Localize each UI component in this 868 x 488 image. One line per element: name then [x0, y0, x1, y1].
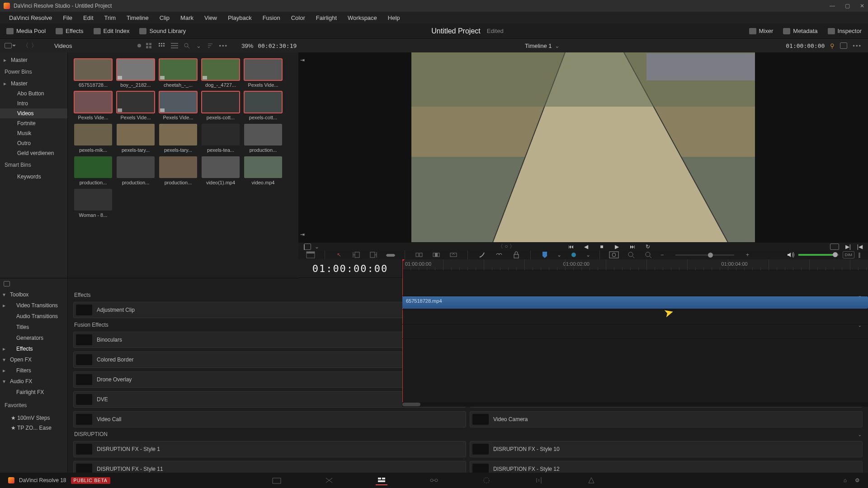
menu-fairlight[interactable]: Fairlight — [311, 13, 341, 23]
menu-timeline[interactable]: Timeline — [122, 13, 153, 23]
media-thumb[interactable]: video(1).mp4 — [202, 156, 240, 185]
edit-index-button[interactable]: Edit Index — [94, 28, 130, 34]
zoom-in-button[interactable]: + — [746, 252, 749, 258]
timeline-name[interactable]: Timeline 1 — [525, 42, 552, 49]
effect-item[interactable]: DISRUPTION FX - Style 10 — [470, 441, 863, 457]
search-icon[interactable] — [184, 42, 191, 49]
trim-tool-out[interactable] — [368, 250, 378, 259]
disruption-header[interactable]: DISRUPTION — [73, 427, 863, 441]
more-icon[interactable]: ••• — [219, 42, 228, 49]
toolbox-node[interactable]: Toolbox — [0, 289, 67, 300]
media-thumb[interactable]: pexels-mik... — [74, 124, 112, 153]
media-thumb[interactable]: production... — [74, 156, 112, 185]
media-thumb[interactable]: pexels-tary... — [117, 124, 155, 153]
bin-abo-button[interactable]: Abo Button — [0, 89, 67, 99]
media-thumb[interactable]: Pexels Vide... — [244, 59, 282, 88]
menu-clip[interactable]: Clip — [155, 13, 174, 23]
media-thumb[interactable]: production... — [159, 156, 197, 185]
go-to-out-button[interactable]: |◀ — [857, 244, 863, 250]
timeline-scrollbar[interactable] — [402, 402, 868, 407]
search-chevron[interactable]: ⌄ — [196, 42, 201, 49]
match-frame-end-icon[interactable]: ⇥ — [300, 231, 307, 238]
flag-tool[interactable] — [540, 250, 550, 259]
first-frame-button[interactable]: ⏮ — [567, 243, 575, 250]
filters-node[interactable]: Filters — [0, 365, 67, 376]
home-icon[interactable]: ⌂ — [844, 477, 847, 483]
media-thumb[interactable]: pexels-cott... — [202, 91, 240, 120]
custom-zoom-icon[interactable] — [643, 250, 653, 259]
bin-fwd[interactable]: 〉 — [31, 42, 37, 50]
deliver-page-tab[interactable] — [585, 475, 597, 485]
media-thumb[interactable]: Pexels Vide... — [117, 91, 155, 120]
match-frame-icon[interactable]: ⇥ — [300, 57, 307, 63]
blade-tool[interactable] — [477, 250, 487, 259]
openfx-node[interactable]: Open FX — [0, 354, 67, 365]
toolbox-titles[interactable]: Titles — [0, 322, 67, 333]
toolbox-video-transitions[interactable]: Video Transitions — [0, 300, 67, 311]
cut-page-tab[interactable] — [323, 475, 335, 485]
media-thumb[interactable]: dog_-_4727... — [202, 59, 240, 88]
timeline-ruler[interactable]: 01:00:00:0001:00:02:0001:00:04:00 — [402, 259, 868, 270]
menu-trim[interactable]: Trim — [100, 13, 121, 23]
last-frame-button[interactable]: ⏭ — [629, 243, 636, 250]
media-thumb[interactable]: production... — [244, 124, 282, 153]
meters-icon[interactable]: ‖ — [858, 252, 861, 258]
loop-button[interactable]: ↻ — [644, 243, 651, 250]
overwrite-clip-icon[interactable] — [431, 250, 441, 259]
menu-file[interactable]: File — [58, 13, 77, 23]
bin-fortnite[interactable]: Fortnite — [0, 118, 67, 128]
strip-view-icon[interactable] — [171, 42, 178, 49]
toolbox-audio-transitions[interactable]: Audio Transitions — [0, 311, 67, 322]
media-thumb[interactable]: pexels-cott... — [244, 91, 282, 120]
bin-back[interactable]: 〈 — [23, 42, 28, 50]
viewer-mode-chevron[interactable]: ⌄ — [315, 244, 319, 250]
favorite-item[interactable]: ★ 100mV Steps — [0, 413, 67, 423]
video-clip[interactable]: 657518728.mp4 — [402, 296, 868, 309]
menu-fusion[interactable]: Fusion — [258, 13, 285, 23]
bin-geld-verdienen[interactable]: Geld verdienen — [0, 148, 67, 158]
viewer[interactable]: ⇥ ⇥ — [298, 52, 868, 242]
media-thumb[interactable]: pexels-tea... — [202, 124, 240, 153]
bin-master[interactable]: Master — [0, 55, 67, 65]
bin-view-dropdown[interactable] — [5, 43, 12, 48]
selection-tool[interactable]: ↖ — [334, 250, 344, 259]
zoom-slider[interactable] — [675, 254, 734, 256]
media-thumb[interactable]: video.mp4 — [244, 156, 282, 185]
menu-davinci-resolve[interactable]: DaVinci Resolve — [5, 13, 57, 23]
timeline-timecode[interactable]: 01:00:00:00 — [298, 259, 402, 277]
bin-outro[interactable]: Outro — [0, 138, 67, 148]
effect-item[interactable]: Video Camera — [470, 411, 863, 427]
zoom-to-fit-icon[interactable] — [609, 250, 619, 259]
fairlightfx-node[interactable]: Fairlight FX — [0, 387, 67, 398]
trim-tool-in[interactable] — [351, 250, 361, 259]
inspector-button[interactable]: Inspector — [828, 28, 862, 34]
insert-clip-icon[interactable] — [414, 250, 424, 259]
effect-item[interactable]: DISRUPTION FX - Style 1 — [73, 441, 466, 457]
menu-mark[interactable]: Mark — [176, 13, 198, 23]
toolbox-generators[interactable]: Generators — [0, 333, 67, 343]
reverse-play-button[interactable]: ◀ — [583, 243, 590, 250]
effect-item[interactable]: Video Call — [73, 411, 466, 427]
media-thumb[interactable]: pexels-tary... — [159, 124, 197, 153]
media-pool-button[interactable]: Media Pool — [6, 28, 46, 34]
audiofx-node[interactable]: Audio FX — [0, 376, 67, 387]
link-icon[interactable] — [494, 250, 504, 259]
viewer-more-icon[interactable]: ••• — [853, 42, 862, 49]
sound-library-button[interactable]: Sound Library — [139, 28, 186, 34]
sort-icon[interactable] — [207, 42, 214, 49]
full-screen-icon[interactable] — [830, 244, 839, 250]
fusion-page-tab[interactable] — [428, 475, 440, 485]
thumb-view-icon[interactable] — [158, 42, 165, 49]
marker-chevron[interactable]: ⌄ — [586, 252, 590, 258]
close-button[interactable]: ✕ — [860, 3, 864, 9]
media-thumb[interactable]: production... — [117, 156, 155, 185]
menu-view[interactable]: View — [200, 13, 222, 23]
viewer-scrubber[interactable] — [298, 242, 868, 243]
media-thumb[interactable]: Woman - 8... — [74, 189, 112, 218]
bypass-icon[interactable]: ⚲ — [830, 42, 835, 49]
viewer-mode-icon[interactable] — [304, 244, 311, 250]
media-thumb[interactable]: cheetah_-_... — [159, 59, 197, 88]
media-page-tab[interactable] — [271, 475, 283, 485]
minimize-button[interactable]: — — [830, 3, 835, 9]
menu-edit[interactable]: Edit — [79, 13, 98, 23]
